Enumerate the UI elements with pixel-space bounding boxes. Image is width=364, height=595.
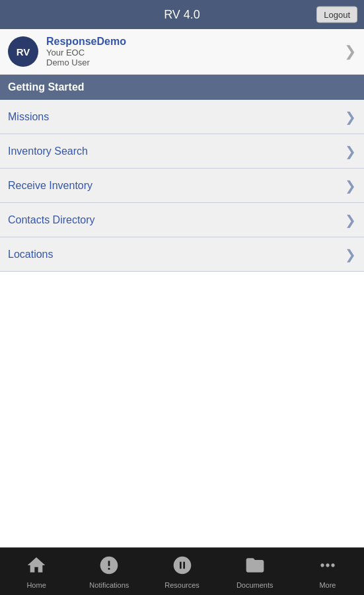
app-title: RV 4.0 bbox=[164, 8, 200, 22]
tab-resources[interactable]: Resources bbox=[145, 548, 218, 595]
profile-info: ResponseDemo Your EOC Demo User bbox=[46, 36, 344, 67]
menu-item-1[interactable]: Inventory Search❯ bbox=[0, 134, 364, 169]
home-icon bbox=[26, 555, 47, 578]
menu-item-chevron-0: ❯ bbox=[345, 109, 356, 125]
menu-item-0[interactable]: Missions❯ bbox=[0, 100, 364, 134]
tab-documents-label: Documents bbox=[237, 581, 273, 589]
documents-icon bbox=[244, 555, 266, 578]
section-header-label: Getting Started bbox=[8, 81, 85, 93]
content-area bbox=[0, 272, 364, 547]
tab-home-label: Home bbox=[26, 581, 46, 589]
resources-icon bbox=[172, 555, 193, 578]
tab-more-label: More bbox=[319, 581, 336, 589]
tab-more[interactable]: More bbox=[291, 548, 364, 595]
avatar: RV bbox=[8, 36, 38, 67]
tab-notifications-label: Notifications bbox=[89, 581, 129, 589]
menu-item-4[interactable]: Locations❯ bbox=[0, 237, 364, 272]
section-header: Getting Started bbox=[0, 75, 364, 100]
avatar-initials: RV bbox=[17, 46, 30, 58]
tab-notifications[interactable]: Notifications bbox=[73, 548, 145, 595]
profile-row[interactable]: RV ResponseDemo Your EOC Demo User ❯ bbox=[0, 29, 364, 75]
menu-item-label-1: Inventory Search bbox=[8, 145, 88, 157]
tab-resources-label: Resources bbox=[164, 581, 200, 589]
menu-item-label-0: Missions bbox=[8, 111, 49, 123]
menu-item-label-2: Receive Inventory bbox=[8, 180, 92, 192]
menu-list: Missions❯Inventory Search❯Receive Invent… bbox=[0, 100, 364, 272]
menu-item-chevron-2: ❯ bbox=[345, 178, 356, 194]
profile-eoc: Your EOC bbox=[46, 48, 344, 58]
menu-item-label-3: Contacts Directory bbox=[8, 214, 95, 226]
notifications-icon bbox=[98, 555, 120, 578]
menu-item-chevron-4: ❯ bbox=[345, 247, 356, 262]
menu-item-label-4: Locations bbox=[8, 249, 54, 260]
top-bar: RV 4.0 Logout bbox=[0, 0, 364, 29]
profile-chevron-icon: ❯ bbox=[344, 43, 356, 60]
menu-item-chevron-3: ❯ bbox=[345, 212, 356, 228]
more-icon bbox=[317, 555, 338, 578]
profile-name: ResponseDemo bbox=[46, 36, 344, 48]
menu-item-2[interactable]: Receive Inventory❯ bbox=[0, 169, 364, 203]
logout-button[interactable]: Logout bbox=[316, 7, 357, 23]
tab-home[interactable]: Home bbox=[0, 548, 73, 595]
tab-bar: Home Notifications Resources Documents M… bbox=[0, 547, 364, 595]
menu-item-chevron-1: ❯ bbox=[345, 143, 356, 159]
menu-item-3[interactable]: Contacts Directory❯ bbox=[0, 203, 364, 237]
tab-documents[interactable]: Documents bbox=[219, 548, 291, 595]
profile-user: Demo User bbox=[46, 58, 344, 67]
